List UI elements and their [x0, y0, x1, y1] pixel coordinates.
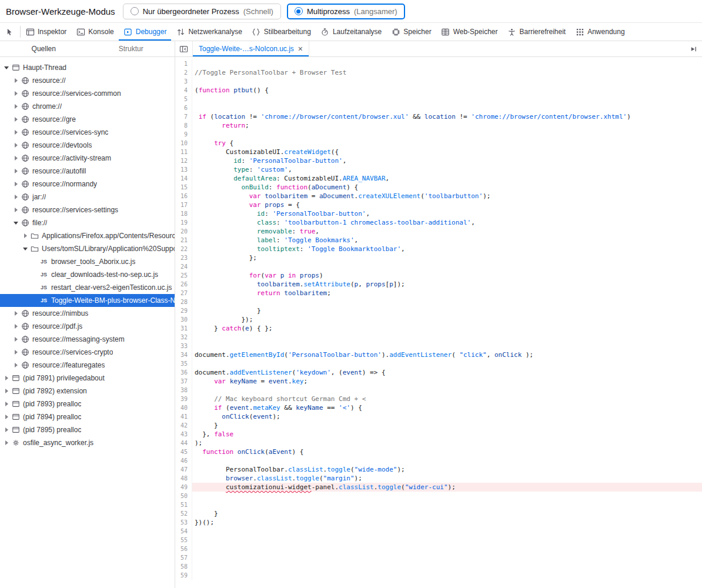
- tab-performance[interactable]: Laufzeitanalyse: [316, 23, 386, 41]
- twisty-closed-icon[interactable]: [13, 168, 19, 175]
- tab-styleeditor[interactable]: Stilbearbeitung: [247, 23, 316, 41]
- line-number[interactable]: 21: [175, 236, 192, 245]
- close-icon[interactable]: ×: [298, 45, 303, 53]
- line-number[interactable]: 47: [175, 465, 192, 474]
- line-number[interactable]: 43: [175, 430, 192, 439]
- line-number[interactable]: 28: [175, 298, 192, 306]
- twisty-closed-icon[interactable]: [13, 91, 19, 97]
- twisty-closed-icon[interactable]: [13, 155, 19, 162]
- twisty-closed-icon[interactable]: [13, 349, 19, 356]
- tab-memory[interactable]: Speicher: [386, 23, 436, 41]
- tree-item[interactable]: Haupt-Thread: [0, 61, 175, 74]
- twisty-closed-icon[interactable]: [13, 194, 19, 201]
- line-number[interactable]: 6: [175, 103, 192, 112]
- line-number[interactable]: 1: [175, 59, 192, 68]
- twisty-closed-icon[interactable]: [13, 323, 19, 330]
- line-number[interactable]: 44: [175, 439, 192, 447]
- twisty-closed-icon[interactable]: [13, 207, 19, 213]
- twisty-closed-icon[interactable]: [13, 78, 19, 84]
- twisty-closed-icon[interactable]: [13, 336, 19, 343]
- tree-item[interactable]: JSrestart_clear-vers2-eigenTesticon.uc.j…: [0, 281, 175, 294]
- tab-struktur[interactable]: Struktur: [88, 41, 175, 56]
- line-number[interactable]: 30: [175, 315, 192, 324]
- tree-item[interactable]: (pid 7895) prealloc: [0, 423, 175, 436]
- twisty-closed-icon[interactable]: [4, 401, 10, 407]
- process-mode-option-1[interactable]: Nur übergeordneter Prozess(Schnell): [123, 4, 281, 19]
- line-number[interactable]: 55: [175, 536, 192, 544]
- line-number[interactable]: 57: [175, 553, 192, 562]
- tab-quellen[interactable]: Quellen: [0, 41, 88, 56]
- tree-item[interactable]: resource://services-crypto: [0, 346, 175, 359]
- line-number[interactable]: 2: [175, 68, 192, 77]
- line-number[interactable]: 22: [175, 245, 192, 253]
- toggle-sources-pane-button[interactable]: [175, 41, 193, 56]
- tree-item[interactable]: resource://services-settings: [0, 203, 175, 216]
- line-number[interactable]: 9: [175, 130, 192, 139]
- process-mode-option-2[interactable]: Multiprozess(Langsamer): [287, 4, 405, 19]
- line-number[interactable]: 26: [175, 280, 192, 289]
- twisty-closed-icon[interactable]: [13, 116, 19, 123]
- tab-inspector[interactable]: Inspektor: [21, 23, 71, 41]
- line-number[interactable]: 51: [175, 500, 192, 509]
- line-number[interactable]: 14: [175, 174, 192, 183]
- tab-netmonitor[interactable]: Netzwerkanalyse: [171, 23, 246, 41]
- line-number[interactable]: 58: [175, 562, 192, 571]
- line-number[interactable]: 42: [175, 421, 192, 430]
- line-number[interactable]: 29: [175, 306, 192, 315]
- tree-item[interactable]: JSbrowser_tools_Aborix.uc.js: [0, 255, 175, 268]
- twisty-closed-icon[interactable]: [13, 310, 19, 317]
- line-number[interactable]: 50: [175, 492, 192, 500]
- line-number[interactable]: 31: [175, 324, 192, 333]
- tree-item[interactable]: JSToggle-Weite-BM-plus-browser-Class-N: [0, 294, 175, 307]
- tree-item[interactable]: osfile_async_worker.js: [0, 436, 175, 449]
- line-number[interactable]: 13: [175, 165, 192, 174]
- line-number[interactable]: 7: [175, 112, 192, 121]
- tree-item[interactable]: resource://normandy: [0, 178, 175, 191]
- line-number[interactable]: 4: [175, 86, 192, 95]
- line-number[interactable]: 59: [175, 571, 192, 580]
- line-number[interactable]: 35: [175, 359, 192, 368]
- tree-item[interactable]: (pid 7892) extension: [0, 385, 175, 397]
- tree-item[interactable]: resource://nimbus: [0, 307, 175, 320]
- tree-item[interactable]: resource://: [0, 74, 175, 87]
- tree-item[interactable]: (pid 7894) prealloc: [0, 410, 175, 423]
- line-number[interactable]: 38: [175, 386, 192, 395]
- twisty-open-icon[interactable]: [22, 246, 29, 252]
- line-number[interactable]: 5: [175, 95, 192, 103]
- tab-debugger[interactable]: Debugger: [119, 23, 172, 41]
- line-number[interactable]: 16: [175, 192, 192, 201]
- line-number[interactable]: 33: [175, 342, 192, 350]
- line-number[interactable]: 53: [175, 518, 192, 527]
- tab-accessibility[interactable]: Barrierefreiheit: [502, 23, 570, 41]
- line-number[interactable]: 56: [175, 544, 192, 553]
- line-number[interactable]: 40: [175, 403, 192, 412]
- line-number[interactable]: 12: [175, 156, 192, 165]
- twisty-closed-icon[interactable]: [4, 414, 10, 420]
- twisty-closed-icon[interactable]: [13, 362, 19, 369]
- twisty-closed-icon[interactable]: [13, 181, 19, 188]
- twisty-closed-icon[interactable]: [13, 142, 19, 149]
- source-file-tab[interactable]: Toggle-Weite-…s-NoIcon.uc.js ×: [193, 41, 309, 56]
- line-number[interactable]: 45: [175, 447, 192, 456]
- line-number[interactable]: 36: [175, 368, 192, 377]
- line-number[interactable]: 17: [175, 201, 192, 209]
- tree-item[interactable]: resource://autofill: [0, 165, 175, 178]
- tree-item[interactable]: chrome://: [0, 100, 175, 113]
- twisty-closed-icon[interactable]: [4, 375, 10, 382]
- line-number[interactable]: 8: [175, 121, 192, 130]
- tree-item[interactable]: Users/tomSL/Library/Application%20Suppor: [0, 242, 175, 255]
- line-number[interactable]: 46: [175, 456, 192, 465]
- tree-item[interactable]: file://: [0, 216, 175, 229]
- tree-item[interactable]: (pid 7891) privilegedabout: [0, 372, 175, 385]
- twisty-open-icon[interactable]: [4, 65, 10, 71]
- line-number[interactable]: 34: [175, 350, 192, 359]
- line-number[interactable]: 3: [175, 77, 192, 86]
- tree-item[interactable]: resource://gre: [0, 113, 175, 126]
- twisty-closed-icon[interactable]: [4, 388, 10, 395]
- tree-item[interactable]: resource://pdf.js: [0, 320, 175, 333]
- twisty-closed-icon[interactable]: [13, 103, 19, 110]
- expand-panes-button[interactable]: [684, 41, 702, 56]
- twisty-open-icon[interactable]: [13, 220, 19, 226]
- twisty-closed-icon[interactable]: [22, 233, 29, 239]
- line-number[interactable]: 27: [175, 289, 192, 298]
